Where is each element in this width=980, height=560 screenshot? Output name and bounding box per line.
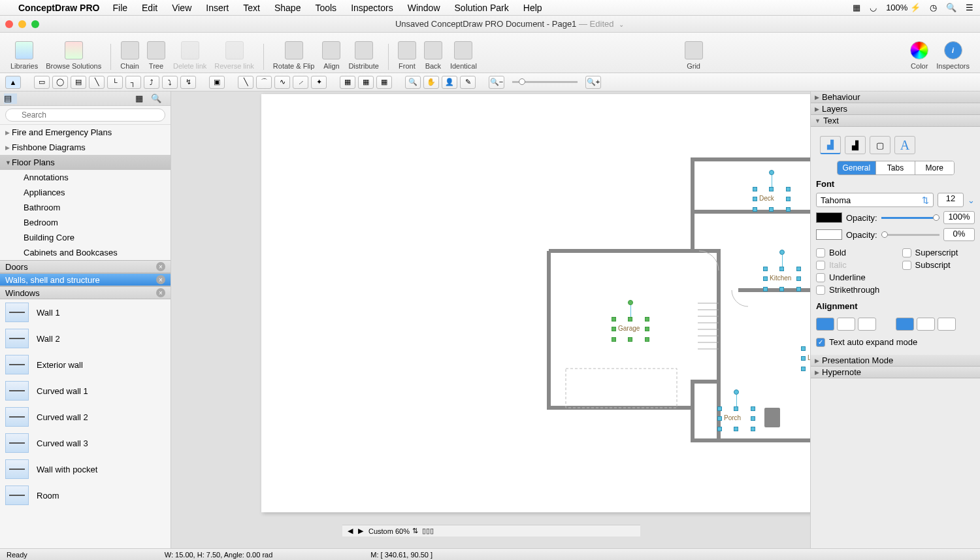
- bg-opacity-value[interactable]: 0%: [943, 228, 975, 241]
- connector-tool-2[interactable]: ┐: [125, 76, 141, 89]
- insp-hypernote[interactable]: ▶Hypernote: [811, 367, 980, 378]
- shape-room[interactable]: Room: [0, 482, 171, 508]
- group-tool-3[interactable]: ▦: [376, 76, 392, 89]
- wifi-icon[interactable]: ◡: [870, 3, 877, 12]
- tb-browse-solutions[interactable]: Browse Solutions: [42, 41, 105, 70]
- menu-text[interactable]: Text: [243, 3, 260, 13]
- curve-tool-4[interactable]: ⟋: [293, 76, 308, 89]
- group-tool-1[interactable]: ▦: [340, 76, 355, 89]
- check-superscript[interactable]: Superscript: [902, 248, 975, 257]
- close-icon[interactable]: ×: [156, 275, 165, 284]
- subtab-tabs[interactable]: Tabs: [875, 161, 915, 174]
- tb-front[interactable]: Front: [394, 41, 420, 70]
- check-strikethrough[interactable]: Strikethrough: [816, 285, 889, 295]
- close-icon[interactable]: ×: [156, 288, 165, 297]
- cat-annotations[interactable]: Annotations: [0, 170, 171, 185]
- connector-tool-5[interactable]: ↯: [180, 76, 196, 89]
- app-name[interactable]: ConceptDraw PRO: [18, 3, 99, 13]
- curve-tool-2[interactable]: ⌒: [256, 76, 272, 89]
- zoom-in-button[interactable]: 🔍+: [585, 76, 601, 89]
- group-tool-2[interactable]: ▦: [358, 76, 374, 89]
- cat-fire-emergency[interactable]: ▶Fire and Emergency Plans: [0, 125, 171, 140]
- cat-floor-plans[interactable]: ▼Floor Plans: [0, 155, 171, 170]
- insp-presentation[interactable]: ▶Presentation Mode: [811, 355, 980, 367]
- cat-cabinets[interactable]: Cabinets and Bookcases: [0, 245, 171, 260]
- window-minimize-button[interactable]: [18, 20, 26, 28]
- shape-wall-2[interactable]: Wall 2: [0, 325, 171, 352]
- cat-bathroom[interactable]: Bathroom: [0, 200, 171, 215]
- shape-curved-wall-1[interactable]: Curved wall 1: [0, 378, 171, 404]
- connector-tool-4[interactable]: ⤵: [162, 76, 178, 89]
- menu-file[interactable]: File: [112, 3, 127, 13]
- room-label-living[interactable]: Living: [804, 349, 810, 369]
- align-left-button[interactable]: [816, 318, 834, 331]
- battery-status[interactable]: 100% ⚡: [886, 3, 921, 12]
- title-dropdown-icon[interactable]: ⌄: [619, 21, 624, 28]
- check-subscript[interactable]: Subscript: [902, 260, 975, 270]
- tb-tree[interactable]: Tree: [143, 41, 169, 70]
- insp-behaviour[interactable]: ▶Behaviour: [811, 91, 980, 103]
- menu-solution-park[interactable]: Solution Park: [455, 3, 509, 13]
- menu-view[interactable]: View: [172, 3, 191, 13]
- tb-chain[interactable]: Chain: [116, 41, 143, 70]
- line-tool[interactable]: ╲: [89, 76, 105, 89]
- menu-tools[interactable]: Tools: [315, 3, 336, 13]
- library-search-icon[interactable]: 🔍: [151, 93, 164, 104]
- pointer-tool[interactable]: ▲: [5, 76, 21, 89]
- text-fill-icon[interactable]: ▟: [820, 136, 841, 154]
- check-underline[interactable]: Underline: [816, 272, 889, 282]
- menu-inspectors[interactable]: Inspectors: [351, 3, 393, 13]
- text-font-icon[interactable]: A: [894, 136, 915, 154]
- insp-text[interactable]: ▼Text: [811, 115, 980, 127]
- pan-tool[interactable]: ✋: [423, 76, 439, 89]
- eyedropper-tool[interactable]: 👤: [442, 76, 457, 89]
- subtab-more[interactable]: More: [915, 161, 954, 174]
- room-label-kitchen[interactable]: Kitchen: [766, 269, 798, 289]
- align-right-button[interactable]: [858, 318, 876, 331]
- window-maximize-button[interactable]: [31, 20, 39, 28]
- text-box-icon[interactable]: ▢: [870, 136, 890, 154]
- ellipse-tool[interactable]: ◯: [52, 76, 68, 89]
- zoom-out-button[interactable]: 🔍−: [489, 76, 504, 89]
- font-size-input[interactable]: 12: [938, 193, 964, 207]
- font-family-select[interactable]: Tahoma⇅: [816, 193, 934, 207]
- shape-curved-wall-3[interactable]: Curved wall 3: [0, 430, 171, 456]
- text-shadow-icon[interactable]: ▟: [845, 136, 866, 154]
- bg-color-swatch[interactable]: [816, 229, 842, 240]
- tb-libraries[interactable]: Libraries: [7, 41, 42, 70]
- cat-fishbone[interactable]: ▶Fishbone Diagrams: [0, 140, 171, 155]
- tb-distribute[interactable]: Distribute: [344, 41, 382, 70]
- room-label-garage[interactable]: Garage: [614, 320, 647, 339]
- pages-icon[interactable]: ▯▯▯: [422, 527, 434, 535]
- subtab-general[interactable]: General: [838, 161, 876, 174]
- cat-appliances[interactable]: Appliances: [0, 185, 171, 200]
- library-grid-icon[interactable]: ▦: [135, 93, 148, 104]
- canvas-page[interactable]: DeckKitchenDinGarageLivingPorch: [261, 94, 810, 512]
- tb-align[interactable]: Align: [318, 41, 344, 70]
- tb-color[interactable]: Color: [906, 41, 932, 70]
- insert-tool[interactable]: ▣: [209, 76, 225, 89]
- zoom-stepper-icon[interactable]: ⇅: [412, 527, 418, 535]
- connector-tool-3[interactable]: ⤴: [144, 76, 159, 89]
- page-nav-next[interactable]: ▶: [358, 527, 363, 535]
- section-walls[interactable]: Walls, shell and structure×: [0, 273, 171, 286]
- section-windows[interactable]: Windows×: [0, 286, 171, 299]
- text-opacity-value[interactable]: 100%: [943, 211, 975, 224]
- room-label-deck[interactable]: Deck: [755, 189, 788, 209]
- shape-wall-1[interactable]: Wall 1: [0, 299, 171, 325]
- text-tool[interactable]: ▤: [71, 76, 86, 89]
- library-view-icon[interactable]: ▤: [4, 93, 17, 104]
- font-size-stepper-icon[interactable]: ⌄: [968, 195, 975, 205]
- check-bold[interactable]: Bold: [816, 248, 889, 257]
- menu-insert[interactable]: Insert: [206, 3, 229, 13]
- zoom-tool[interactable]: 🔍: [405, 76, 421, 89]
- room-label-porch[interactable]: Porch: [720, 409, 753, 429]
- menu-help[interactable]: Help: [523, 3, 542, 13]
- window-close-button[interactable]: [5, 20, 13, 28]
- library-search-input[interactable]: [5, 108, 165, 122]
- shape-curved-wall-2[interactable]: Curved wall 2: [0, 404, 171, 430]
- menu-shape[interactable]: Shape: [274, 3, 301, 13]
- tb-inspectors[interactable]: iInspectors: [932, 41, 973, 70]
- valign-top-button[interactable]: [896, 318, 914, 331]
- page-nav-prev[interactable]: ◀: [348, 527, 353, 535]
